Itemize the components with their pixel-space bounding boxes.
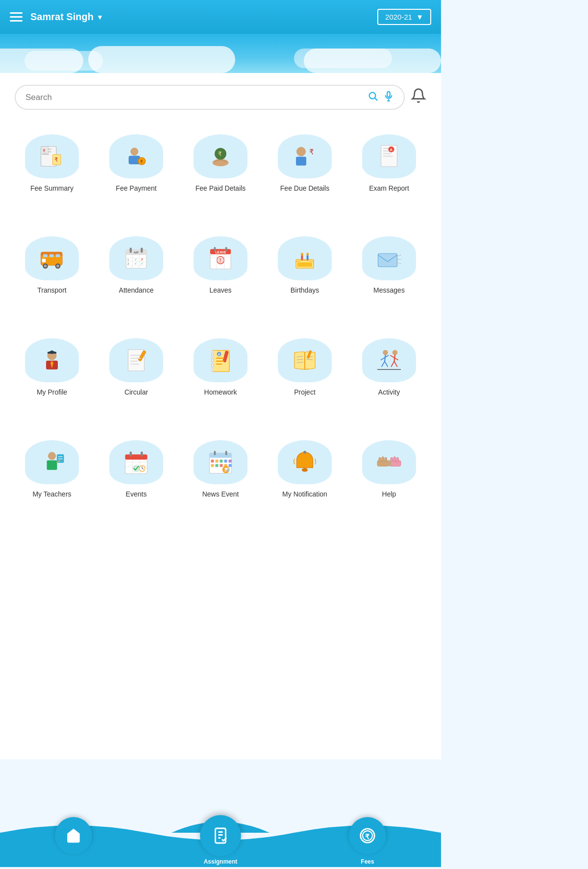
search-input[interactable] — [25, 93, 368, 102]
svg-text:!: ! — [220, 257, 221, 263]
svg-text:A: A — [390, 148, 393, 152]
svg-point-91 — [211, 359, 214, 362]
svg-rect-33 — [49, 254, 54, 257]
events-label: Events — [126, 490, 147, 498]
svg-line-1 — [375, 98, 377, 100]
notification-bell-button[interactable] — [411, 88, 426, 107]
nav-fees[interactable]: ₹ Fees — [294, 825, 441, 869]
svg-rect-127 — [130, 451, 132, 457]
svg-rect-144 — [224, 460, 227, 463]
svg-rect-86 — [130, 361, 138, 362]
svg-rect-153 — [303, 451, 306, 454]
grid-item-attendance[interactable]: A/P 1 ✓ ✗ 2 ✓ ✓ Attendance — [94, 231, 178, 299]
svg-text:✓: ✓ — [134, 258, 137, 261]
grid-item-messages[interactable]: Messages — [347, 231, 431, 299]
fee-payment-icon: ₹ — [122, 142, 151, 171]
svg-rect-140 — [225, 451, 227, 455]
events-icon-bg — [109, 440, 163, 484]
svg-rect-148 — [220, 464, 223, 467]
svg-rect-42 — [130, 248, 132, 253]
fee-payment-label: Fee Payment — [116, 184, 156, 192]
circular-label: Circular — [124, 388, 148, 396]
svg-text:₹: ₹ — [309, 148, 314, 156]
svg-point-36 — [44, 265, 47, 268]
exam-report-icon: A — [374, 142, 404, 171]
grid-item-my-profile[interactable]: My Profile — [10, 333, 94, 401]
activity-icon-bg — [362, 338, 416, 382]
bottom-navigation: Home Assignment ₹ Fees — [0, 825, 441, 869]
news-event-icon: 📊 — [206, 447, 235, 477]
homework-icon-bg: A — [194, 338, 247, 382]
svg-point-0 — [369, 93, 376, 99]
search-box — [15, 85, 405, 110]
grid-item-news-event[interactable]: 📊 News Event — [178, 435, 263, 503]
svg-point-20 — [297, 147, 306, 156]
help-icon — [374, 447, 404, 477]
nav-home[interactable]: Home — [0, 825, 147, 869]
cloud-banner — [0, 34, 441, 73]
svg-rect-96 — [216, 364, 222, 365]
svg-rect-2 — [387, 92, 390, 97]
header-left: Samrat Singh ▼ — [10, 11, 103, 23]
svg-rect-69 — [301, 255, 303, 260]
username-display[interactable]: Samrat Singh ▼ — [30, 11, 103, 23]
grid-item-my-teachers[interactable]: My Teachers — [10, 435, 94, 503]
assignment-nav-label: Assignment — [204, 858, 238, 865]
svg-text:📊: 📊 — [224, 468, 229, 472]
svg-rect-87 — [130, 364, 139, 365]
my-profile-icon — [37, 346, 67, 375]
year-chevron-icon: ▼ — [416, 13, 423, 21]
svg-line-107 — [385, 355, 386, 362]
transport-icon — [37, 244, 67, 273]
homework-label: Homework — [204, 388, 237, 396]
grid-item-help[interactable]: Help — [347, 435, 431, 503]
grid-item-fee-payment[interactable]: ₹ Fee Payment — [94, 129, 178, 197]
svg-rect-128 — [141, 451, 143, 457]
nav-assignment[interactable]: Assignment — [147, 825, 294, 869]
svg-text:LEAVE: LEAVE — [216, 250, 227, 254]
svg-point-106 — [383, 350, 388, 355]
grid-item-events[interactable]: Events — [94, 435, 178, 503]
svg-rect-156 — [379, 457, 381, 463]
svg-rect-142 — [216, 460, 219, 463]
svg-rect-39 — [42, 259, 46, 263]
transport-label: Transport — [37, 286, 66, 294]
grid-item-circular[interactable]: Circular — [94, 333, 178, 401]
search-icon-group — [368, 91, 394, 104]
svg-line-108 — [382, 361, 385, 367]
svg-rect-32 — [43, 254, 48, 257]
fee-due-icon: ₹ — [290, 142, 319, 171]
fee-paid-label: Fee Paid Details — [196, 184, 246, 192]
grid-item-project[interactable]: Project — [263, 333, 347, 401]
grid-item-transport[interactable]: Transport — [10, 231, 94, 299]
hamburger-menu[interactable] — [10, 12, 23, 22]
help-label: Help — [382, 490, 396, 498]
svg-text:A: A — [218, 353, 220, 356]
my-notification-label: My Notification — [282, 490, 327, 498]
grid-item-birthdays[interactable]: Birthdays — [263, 231, 347, 299]
grid-item-fee-summary[interactable]: ₹ ₹ Fee Summary — [10, 129, 94, 197]
grid-item-activity[interactable]: Activity — [347, 333, 431, 401]
svg-rect-95 — [216, 361, 224, 362]
svg-rect-138 — [210, 453, 232, 458]
svg-rect-146 — [211, 464, 214, 467]
year-selector[interactable]: 2020-21 ▼ — [377, 9, 431, 25]
svg-point-90 — [211, 354, 214, 356]
grid-item-leaves[interactable]: LEAVE ! Leaves — [178, 231, 263, 299]
home-nav-icon — [65, 827, 82, 844]
news-event-label: News Event — [202, 490, 239, 498]
search-icon-button[interactable] — [368, 91, 378, 104]
microphone-icon-button[interactable] — [383, 91, 394, 104]
svg-rect-162 — [396, 457, 399, 463]
birthdays-icon-bg — [278, 236, 332, 280]
circular-icon-bg — [109, 338, 163, 382]
grid-item-exam-report[interactable]: A Exam Report — [347, 129, 431, 197]
svg-text:✓: ✓ — [141, 262, 144, 265]
grid-item-fee-paid[interactable]: ₹ Fee Paid Details — [178, 129, 263, 197]
grid-item-fee-due[interactable]: ₹ Fee Due Details — [263, 129, 347, 197]
events-icon — [122, 447, 151, 477]
grid-item-my-notification[interactable]: My Notification — [263, 435, 347, 503]
leaves-icon-bg: LEAVE ! — [194, 236, 247, 280]
svg-rect-70 — [307, 255, 309, 260]
grid-item-homework[interactable]: A Homework — [178, 333, 263, 401]
